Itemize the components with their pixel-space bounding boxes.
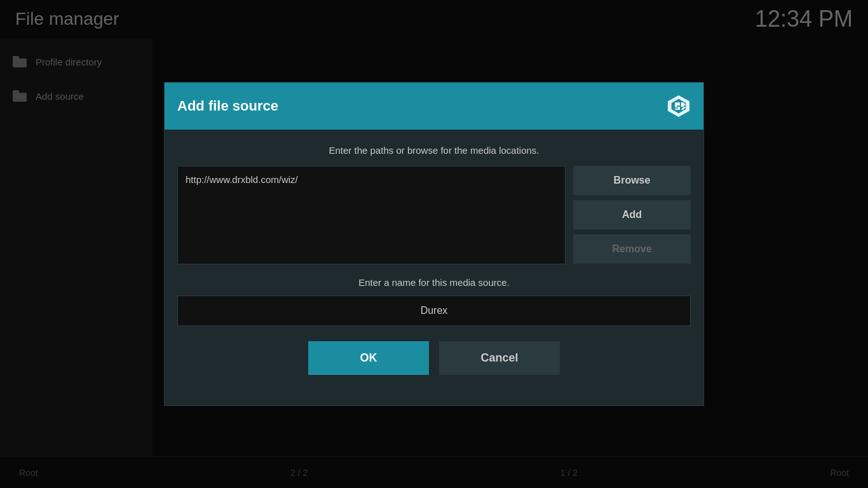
dialog-footer: OK Cancel: [177, 341, 691, 390]
cancel-button[interactable]: Cancel: [439, 341, 560, 375]
dialog-instruction: Enter the paths or browse for the media …: [177, 145, 691, 156]
dialog-title: Add file source: [177, 98, 278, 114]
dialog-body: Enter the paths or browse for the media …: [165, 130, 703, 405]
path-value: http://www.drxbld.com/wiz/: [186, 174, 298, 185]
media-source-name-input[interactable]: [177, 295, 691, 326]
path-input-area[interactable]: http://www.drxbld.com/wiz/: [177, 166, 566, 264]
kodi-logo-icon: [667, 94, 691, 118]
browse-button[interactable]: Browse: [573, 166, 691, 195]
modal-overlay: Add file source Enter the paths or brows…: [0, 0, 868, 488]
remove-button[interactable]: Remove: [573, 234, 691, 264]
ok-button[interactable]: OK: [308, 341, 429, 375]
name-instruction: Enter a name for this media source.: [177, 277, 691, 288]
add-button[interactable]: Add: [573, 200, 691, 229]
add-file-source-dialog: Add file source Enter the paths or brows…: [164, 82, 704, 406]
path-section: http://www.drxbld.com/wiz/ Browse Add Re…: [177, 166, 691, 264]
path-buttons: Browse Add Remove: [573, 166, 691, 264]
dialog-header: Add file source: [165, 83, 703, 130]
